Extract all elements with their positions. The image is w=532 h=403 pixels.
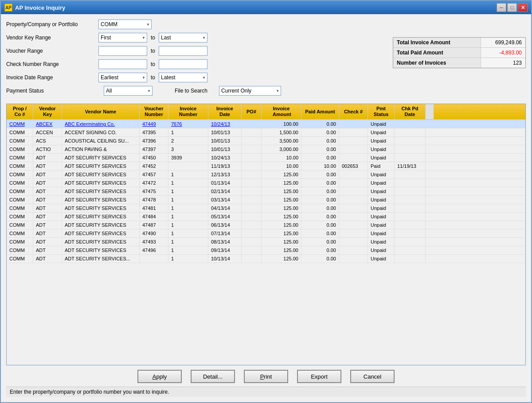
cell-voucher <box>140 255 168 263</box>
form-left: Property/Company or Portfolio COMM Vendo… <box>6 19 384 99</box>
cell-paid-amt: 10.00 <box>301 162 339 170</box>
cell-invoice-amt: 125.00 <box>262 246 301 254</box>
grid-header: Prop /Co # VendorKey Vendor Name Voucher… <box>7 104 525 120</box>
cell-voucher: 47496 <box>140 246 168 254</box>
minimize-button[interactable]: ─ <box>497 3 506 12</box>
cell-invoice-date: 10/24/13 <box>208 154 242 162</box>
cell-pmt-status: Unpaid <box>368 128 395 136</box>
cell-vendor-key: ADT <box>33 196 62 204</box>
cell-paid-amt: 0.00 <box>301 137 339 145</box>
table-row[interactable]: COMM ADT ADT SECURITY SERVICES 47493 1 0… <box>7 238 525 246</box>
check-to-input[interactable]: Last <box>159 59 207 69</box>
cell-invoice-date: 10/01/13 <box>208 137 242 145</box>
table-row[interactable]: COMM ADT ADT SECURITY SERVICES 47452 11/… <box>7 162 525 170</box>
table-row[interactable]: COMM ADT ADT SECURITY SERVICES 47481 1 0… <box>7 204 525 213</box>
cell-check <box>339 179 368 187</box>
cell-voucher: 47490 <box>140 229 168 237</box>
cell-pmt-status: Unpaid <box>368 213 395 221</box>
cell-voucher: 47395 <box>140 128 168 136</box>
cell-vendor-name: ADT SECURITY SERVICES <box>62 170 140 178</box>
cell-vendor-name: ADT SECURITY SERVICES <box>62 246 140 254</box>
invoice-date-label: Invoice Date Range <box>6 74 95 81</box>
cell-voucher: 47493 <box>140 238 168 246</box>
cell-paid-amt: 0.00 <box>301 221 339 229</box>
vendor-key-row: Vendor Key Range First to Last <box>6 33 384 43</box>
file-search-select[interactable]: Current Only <box>219 86 281 96</box>
table-row[interactable]: COMM ADT ADT SECURITY SERVICES 47490 1 0… <box>7 229 525 238</box>
property-select[interactable]: COMM <box>98 19 152 29</box>
table-row[interactable]: COMM ADT ADT SECURITY SERVICES 47496 1 0… <box>7 246 525 255</box>
cell-po <box>242 204 262 212</box>
cell-pmt-status: Unpaid <box>368 179 395 187</box>
table-row[interactable]: COMM ADT ADT SECURITY SERVICES... 1 10/1… <box>7 255 525 263</box>
cell-invoice-date: 03/13/14 <box>208 196 242 204</box>
cell-prop: COMM <box>7 187 33 195</box>
table-row[interactable]: COMM ACTIO ACTION PAVING & 47397 3 10/01… <box>7 145 525 154</box>
vendor-key-to-select[interactable]: Last <box>159 33 207 43</box>
cell-invoice-date: 10/01/13 <box>208 145 242 153</box>
cell-invoice-amt: 10.00 <box>262 162 301 170</box>
grid-body[interactable]: COMM ABCEX ABC Exterminating Co. 47449 7… <box>7 120 525 365</box>
cell-vendor-name: ADT SECURITY SERVICES <box>62 204 140 212</box>
cell-paid-amt: 0.00 <box>301 145 339 153</box>
voucher-from-input[interactable]: First <box>98 46 147 56</box>
apply-button[interactable]: Apply <box>137 370 182 383</box>
cell-check <box>339 128 368 136</box>
print-button[interactable]: Print <box>244 370 288 383</box>
voucher-to-input[interactable]: Last <box>159 46 207 56</box>
table-row[interactable]: COMM ADT ADT SECURITY SERVICES 47478 1 0… <box>7 196 525 204</box>
cell-paid-amt: 0.00 <box>301 246 339 254</box>
cell-invoice-num <box>168 162 208 170</box>
cell-paid-amt: 0.00 <box>301 238 339 246</box>
cell-invoice-amt: 1,500.00 <box>262 128 301 136</box>
table-row[interactable]: COMM ADT ADT SECURITY SERVICES 47487 1 0… <box>7 221 525 229</box>
table-row[interactable]: COMM ADT ADT SECURITY SERVICES 47450 393… <box>7 154 525 162</box>
cell-po <box>242 179 262 187</box>
cell-vendor-key: ADT <box>33 179 62 187</box>
cell-check <box>339 120 368 128</box>
cell-paid-amt: 0.00 <box>301 213 339 221</box>
table-row[interactable]: COMM ABCEX ABC Exterminating Co. 47449 7… <box>7 120 525 128</box>
col-header-chk-pd-date: Chk PdDate <box>395 104 426 119</box>
vendor-key-to-wrapper: Last <box>159 33 207 43</box>
cell-po <box>242 213 262 221</box>
cell-vendor-name: ADT SECURITY SERVICES <box>62 229 140 237</box>
invoice-date-from-select[interactable]: Earliest <box>98 73 147 82</box>
cell-paid-amt: 0.00 <box>301 154 339 162</box>
invoice-date-to-select[interactable]: Latest <box>159 73 207 82</box>
cell-invoice-num: 1 <box>168 255 208 263</box>
cell-voucher: 47484 <box>140 213 168 221</box>
cell-vendor-name: ADT SECURITY SERVICES... <box>62 255 140 263</box>
cancel-button[interactable]: Cancel <box>350 370 395 383</box>
table-row[interactable]: COMM ACCEN ACCENT SIGNING CO. 47395 1 10… <box>7 128 525 137</box>
cell-vendor-name: ADT SECURITY SERVICES <box>62 221 140 229</box>
table-row[interactable]: COMM ADT ADT SECURITY SERVICES 47457 1 1… <box>7 170 525 179</box>
export-button[interactable]: Export <box>297 370 341 383</box>
col-header-paid-amt: Paid Amount <box>301 104 339 119</box>
cell-po <box>242 255 262 263</box>
cell-prop: COMM <box>7 154 33 162</box>
cell-check: 002653 <box>339 162 368 170</box>
table-row[interactable]: COMM ADT ADT SECURITY SERVICES 47475 1 0… <box>7 187 525 196</box>
table-row[interactable]: COMM ADT ADT SECURITY SERVICES 47484 1 0… <box>7 213 525 221</box>
cell-check <box>339 255 368 263</box>
cell-vendor-key: ADT <box>33 204 62 212</box>
property-row: Property/Company or Portfolio COMM <box>6 19 384 29</box>
maximize-button[interactable]: □ <box>507 3 517 12</box>
cell-invoice-num: 2 <box>168 137 208 145</box>
close-button[interactable]: ✕ <box>518 3 528 12</box>
table-row[interactable]: COMM ADT ADT SECURITY SERVICES 47472 1 0… <box>7 179 525 187</box>
cell-chk-pd-date <box>395 213 426 221</box>
cell-invoice-amt: 100.00 <box>262 120 301 128</box>
payment-status-select[interactable]: All <box>104 86 153 96</box>
vendor-key-from-select[interactable]: First <box>98 33 147 43</box>
cell-prop: COMM <box>7 255 33 263</box>
cell-prop: COMM <box>7 137 33 145</box>
cell-paid-amt: 0.00 <box>301 187 339 195</box>
detail-button[interactable]: Detail... <box>191 370 235 383</box>
cell-vendor-name: ADT SECURITY SERVICES <box>62 238 140 246</box>
check-from-input[interactable]: First <box>98 59 147 69</box>
cell-vendor-key: ADT <box>33 238 62 246</box>
table-row[interactable]: COMM ACS ACOUSTICAL CEILING SU... 47396 … <box>7 137 525 145</box>
cell-chk-pd-date <box>395 187 426 195</box>
